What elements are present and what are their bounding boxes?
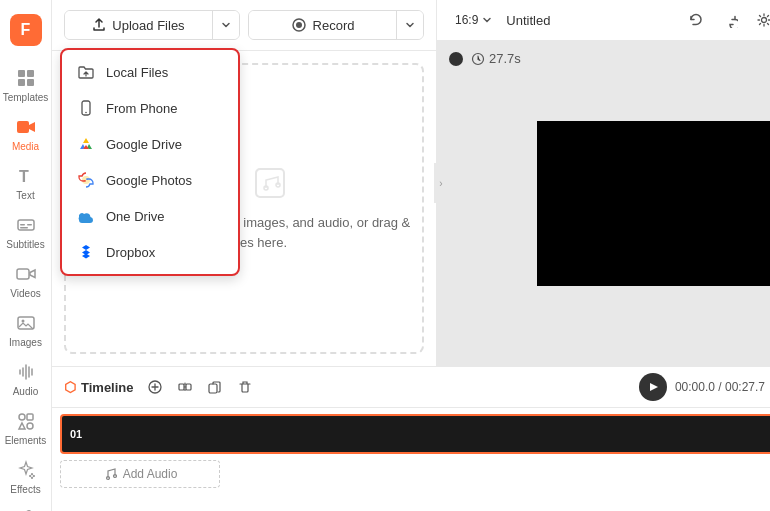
sidebar-item-subtitles-label: Subtitles bbox=[6, 239, 44, 250]
audio-track-row: Add Audio bbox=[60, 460, 770, 488]
dropdown-from-phone[interactable]: From Phone bbox=[62, 90, 238, 126]
video-track[interactable]: 01 bbox=[60, 414, 770, 454]
music-file-icon bbox=[252, 165, 288, 201]
upload-dropdown-menu: Local Files From Phone Google Drive bbox=[60, 48, 240, 276]
sidebar-item-images-label: Images bbox=[9, 337, 42, 348]
time-text: 27.7s bbox=[471, 51, 521, 66]
dropdown-one-drive[interactable]: One Drive bbox=[62, 198, 238, 234]
dropdown-google-photos[interactable]: Google Photos bbox=[62, 162, 238, 198]
project-title-input[interactable] bbox=[506, 13, 674, 28]
record-split-button[interactable]: Record bbox=[248, 10, 424, 40]
video-track-label: 01 bbox=[70, 428, 82, 440]
svg-rect-14 bbox=[27, 414, 33, 420]
timeline-section: ⬡ Timeline bbox=[52, 366, 770, 511]
video-track-row: 01 + bbox=[60, 414, 770, 454]
sidebar-item-videos[interactable]: Videos bbox=[0, 256, 51, 305]
music-icon bbox=[103, 467, 117, 481]
timeline-duplicate-button[interactable] bbox=[202, 374, 228, 400]
content-area: Upload Files Record bbox=[52, 0, 770, 366]
google-drive-icon bbox=[77, 135, 95, 153]
svg-point-17 bbox=[296, 22, 302, 28]
dropdown-local-files[interactable]: Local Files bbox=[62, 54, 238, 90]
panel-collapse-handle[interactable]: › bbox=[434, 163, 448, 203]
record-dropdown-button[interactable] bbox=[397, 11, 423, 39]
aspect-ratio-chevron-icon bbox=[482, 15, 492, 25]
sidebar-item-images[interactable]: Images bbox=[0, 305, 51, 354]
svg-text:T: T bbox=[19, 168, 29, 185]
svg-rect-15 bbox=[27, 423, 33, 429]
sidebar-item-media[interactable]: Media bbox=[0, 109, 51, 158]
svg-rect-32 bbox=[209, 384, 217, 393]
svg-point-24 bbox=[762, 18, 767, 23]
timeline-toolbar: ⬡ Timeline bbox=[52, 367, 770, 408]
svg-rect-9 bbox=[20, 227, 28, 229]
dropdown-dropbox[interactable]: Dropbox bbox=[62, 234, 238, 270]
svg-rect-30 bbox=[179, 384, 184, 390]
sidebar: F Templates Media T Text Subtitles Video… bbox=[0, 0, 52, 511]
aspect-ratio-button[interactable]: 16:9 bbox=[449, 9, 498, 31]
sidebar-item-templates-label: Templates bbox=[3, 92, 49, 103]
phone-icon bbox=[77, 99, 95, 117]
sidebar-item-text[interactable]: T Text bbox=[0, 158, 51, 207]
sidebar-item-media-label: Media bbox=[12, 141, 39, 152]
undo-button[interactable] bbox=[682, 6, 710, 34]
timeline-tools bbox=[142, 374, 383, 400]
svg-rect-8 bbox=[27, 224, 32, 226]
sidebar-item-subtitles[interactable]: Subtitles bbox=[0, 207, 51, 256]
google-photos-icon bbox=[77, 171, 95, 189]
svg-point-19 bbox=[85, 112, 87, 114]
play-icon bbox=[647, 381, 659, 393]
undo-icon bbox=[688, 12, 704, 28]
upload-button[interactable]: Upload Files bbox=[65, 11, 213, 39]
upload-dropdown-button[interactable] bbox=[213, 11, 239, 39]
sidebar-item-videos-label: Videos bbox=[10, 288, 40, 299]
sidebar-item-effects-label: Effects bbox=[10, 484, 40, 495]
sidebar-item-tools[interactable]: Tools bbox=[0, 501, 51, 511]
preview-canvas bbox=[537, 121, 770, 286]
svg-point-13 bbox=[19, 414, 25, 420]
clock-icon bbox=[471, 52, 485, 66]
chevron-down-icon bbox=[221, 20, 231, 30]
timeline-icon: ⬡ bbox=[64, 379, 76, 395]
timeline-label: ⬡ Timeline bbox=[64, 379, 134, 395]
add-audio-button[interactable]: Add Audio bbox=[60, 460, 220, 488]
svg-point-12 bbox=[21, 320, 24, 323]
main-area: Upload Files Record bbox=[52, 0, 770, 511]
settings-icon bbox=[756, 12, 770, 28]
svg-rect-4 bbox=[17, 121, 29, 133]
sidebar-logo[interactable]: F bbox=[0, 8, 51, 52]
sidebar-item-templates[interactable]: Templates bbox=[0, 60, 51, 109]
svg-rect-31 bbox=[186, 384, 191, 390]
media-panel: Upload Files Record bbox=[52, 0, 437, 366]
record-button[interactable]: Record bbox=[249, 11, 397, 39]
preview-panel: 16:9 bbox=[437, 0, 770, 366]
sidebar-item-audio[interactable]: Audio bbox=[0, 354, 51, 403]
trash-icon bbox=[237, 379, 253, 395]
media-toolbar: Upload Files Record bbox=[52, 0, 436, 51]
settings-button[interactable] bbox=[750, 6, 770, 34]
sidebar-item-elements-label: Elements bbox=[5, 435, 47, 446]
timeline-delete-button[interactable] bbox=[232, 374, 258, 400]
svg-rect-7 bbox=[20, 224, 25, 226]
toolbar-actions bbox=[682, 6, 770, 34]
svg-rect-1 bbox=[27, 70, 34, 77]
split-icon bbox=[177, 379, 193, 395]
redo-button[interactable] bbox=[716, 6, 744, 34]
dropbox-icon bbox=[77, 243, 95, 261]
preview-toolbar: 16:9 bbox=[437, 0, 770, 41]
sidebar-item-text-label: Text bbox=[16, 190, 34, 201]
timeline-add-button[interactable] bbox=[142, 374, 168, 400]
timeline-tracks: 01 + Add Audio bbox=[52, 408, 770, 511]
play-button[interactable] bbox=[639, 373, 667, 401]
record-icon bbox=[291, 17, 307, 33]
svg-rect-10 bbox=[17, 269, 29, 279]
dropdown-google-drive[interactable]: Google Drive bbox=[62, 126, 238, 162]
duplicate-icon bbox=[207, 379, 223, 395]
timeline-split-button[interactable] bbox=[172, 374, 198, 400]
preview-canvas-area: 27.7s bbox=[437, 41, 770, 366]
local-files-icon bbox=[77, 63, 95, 81]
sidebar-item-elements[interactable]: Elements bbox=[0, 403, 51, 452]
upload-split-button[interactable]: Upload Files bbox=[64, 10, 240, 40]
sidebar-item-effects[interactable]: Effects bbox=[0, 452, 51, 501]
redo-icon bbox=[722, 12, 738, 28]
